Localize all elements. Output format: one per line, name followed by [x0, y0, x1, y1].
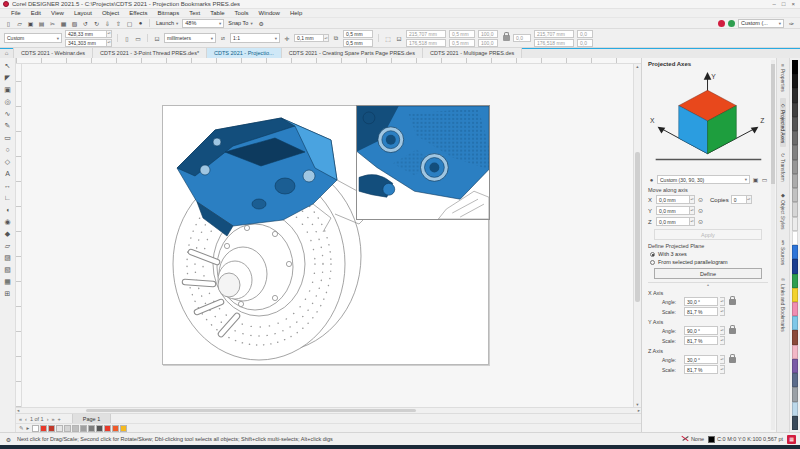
- object-width-field[interactable]: 0,5 mm: [449, 30, 475, 38]
- spinner[interactable]: ▴▾: [720, 355, 725, 364]
- lock-icon[interactable]: [729, 299, 736, 305]
- launch-dropdown[interactable]: Launch▾: [154, 20, 180, 26]
- color-swatch[interactable]: [120, 425, 127, 432]
- drawing-canvas[interactable]: ▴ ▾: [16, 64, 641, 407]
- detail-inset-view[interactable]: [356, 105, 490, 220]
- color-swatch[interactable]: [792, 274, 798, 288]
- nudge-field[interactable]: 0,1 mm: [294, 34, 324, 42]
- menu-item-table[interactable]: Table: [205, 10, 229, 16]
- color-swatch[interactable]: [792, 373, 798, 387]
- spinner[interactable]: ▴▾: [107, 39, 112, 47]
- apply-button[interactable]: Apply: [654, 229, 762, 240]
- scale-x-field[interactable]: 100,0: [478, 30, 498, 38]
- spinner[interactable]: ▴▾: [690, 206, 695, 215]
- color-swatch[interactable]: [792, 117, 798, 131]
- menu-item-view[interactable]: View: [46, 10, 69, 16]
- color-swatch[interactable]: [792, 387, 798, 401]
- shape-tool[interactable]: ◤: [2, 72, 14, 83]
- connector-tool[interactable]: ∟: [2, 192, 14, 203]
- color-swatch[interactable]: [792, 288, 798, 302]
- page-width-field[interactable]: 428,33 mm: [65, 30, 107, 38]
- units-dropdown[interactable]: millimeters▾: [164, 33, 216, 43]
- vertical-ruler[interactable]: [16, 64, 22, 407]
- size2-width-field[interactable]: 215,707 mm: [534, 30, 574, 38]
- docker-tab-object-styles[interactable]: ◆Object Styles: [780, 188, 786, 233]
- rectangle-tool[interactable]: ▭: [2, 132, 14, 143]
- menu-item-object[interactable]: Object: [97, 10, 124, 16]
- ellipse-tool[interactable]: ○: [2, 144, 14, 155]
- color-swatch[interactable]: [792, 217, 798, 231]
- landscape-icon[interactable]: ▭: [134, 34, 142, 42]
- copies-field[interactable]: 0: [731, 195, 747, 204]
- object-x-field[interactable]: 215,707 mm: [406, 30, 446, 38]
- color-swatch[interactable]: [792, 88, 798, 102]
- document-tab-4[interactable]: CDTS 2021 - Creating Spare Parts Page PR…: [282, 48, 423, 58]
- paste-icon[interactable]: ▧: [70, 19, 79, 28]
- table-tool[interactable]: ⊞: [2, 288, 14, 299]
- move-x-field[interactable]: 0,0 mm: [656, 195, 690, 204]
- menu-item-file[interactable]: File: [6, 10, 26, 16]
- color-swatch[interactable]: [48, 425, 55, 432]
- lock-ratio-icon[interactable]: [503, 35, 510, 41]
- rotation-angle-field[interactable]: 0,0: [513, 34, 531, 42]
- page-height-field[interactable]: 341,303 mm: [65, 39, 107, 47]
- add-page-button[interactable]: +: [58, 416, 61, 422]
- eyedropper-tool[interactable]: ◆: [2, 228, 14, 239]
- docker-tab-sources[interactable]: §Sources: [780, 235, 786, 269]
- treat-as-filled-icon[interactable]: ⬚: [384, 34, 392, 42]
- axis-target-icon[interactable]: ⊙: [697, 196, 704, 203]
- snap-center-icon[interactable]: ⊡: [395, 34, 403, 42]
- color-swatch[interactable]: [792, 231, 798, 245]
- horizontal-scroll-thumb[interactable]: [86, 409, 416, 412]
- zoom-level-combo[interactable]: 48%▾: [182, 19, 224, 28]
- zoom-page-icon[interactable]: ▢: [125, 19, 134, 28]
- color-swatch[interactable]: [792, 103, 798, 117]
- object-height-field[interactable]: 0,5 mm: [449, 39, 475, 47]
- color-swatch[interactable]: [72, 425, 79, 432]
- menu-item-layout[interactable]: Layout: [69, 10, 97, 16]
- callout-tool[interactable]: ◖: [2, 204, 14, 215]
- angle-wheel-icon[interactable]: ●: [648, 176, 655, 183]
- minimize-button[interactable]: –: [773, 1, 776, 7]
- lock-icon[interactable]: [729, 328, 736, 334]
- fill-indicator[interactable]: None: [681, 435, 704, 443]
- color-swatch[interactable]: [792, 259, 798, 273]
- color-swatch[interactable]: [56, 425, 63, 432]
- docker-collapse-divider[interactable]: ▴: [648, 282, 768, 287]
- color-swatch[interactable]: [104, 425, 111, 432]
- menu-item-window[interactable]: Window: [254, 10, 285, 16]
- scale-y-field[interactable]: 100,0: [478, 39, 498, 47]
- outline-indicator[interactable]: C:0 M:0 Y:0 K:100 0,567 pt: [708, 436, 783, 443]
- page-border-icon[interactable]: ⊡: [153, 34, 161, 42]
- spinner[interactable]: ▴▾: [690, 217, 695, 226]
- fill-tool[interactable]: ▨: [2, 252, 14, 263]
- page-tab[interactable]: Page 1: [72, 414, 111, 424]
- export-icon[interactable]: ⇧: [114, 19, 123, 28]
- scroll-left-icon[interactable]: ◂: [17, 408, 19, 413]
- color-swatch[interactable]: [792, 188, 798, 202]
- angle-field[interactable]: 90,0 °: [684, 326, 718, 335]
- color-swatch[interactable]: [96, 425, 103, 432]
- move-z-field[interactable]: 0,0 mm: [656, 217, 690, 226]
- next-page-button[interactable]: ›: [47, 416, 49, 422]
- color-swatch[interactable]: [792, 345, 798, 359]
- angle-field[interactable]: 30,0 °: [684, 355, 718, 364]
- spinner[interactable]: ▴▾: [720, 307, 725, 316]
- spinner[interactable]: ▴▾: [107, 30, 112, 38]
- color-swatch[interactable]: [112, 425, 119, 432]
- drawing-scale-icon[interactable]: ⧄: [219, 34, 227, 42]
- menu-item-text[interactable]: Text: [184, 10, 205, 16]
- color-swatch[interactable]: [792, 302, 798, 316]
- skew-x-field[interactable]: 0,0: [577, 30, 593, 38]
- duplicate-x-field[interactable]: 0,5 mm: [343, 30, 373, 38]
- color-swatch[interactable]: [792, 245, 798, 259]
- docker-tab-links-and-bookmarks[interactable]: ∞Links and Bookmarks: [780, 272, 786, 336]
- docker-tab-transform[interactable]: ↻Transform: [780, 149, 786, 186]
- color-swatch[interactable]: [792, 160, 798, 174]
- duplicate-y-field[interactable]: 0,5 mm: [343, 39, 373, 47]
- print-icon[interactable]: ▤: [37, 19, 46, 28]
- spinner[interactable]: ▴▾: [747, 195, 752, 204]
- previous-page-button[interactable]: ‹: [25, 416, 27, 422]
- color-swatch[interactable]: [792, 60, 798, 74]
- menu-item-edit[interactable]: Edit: [26, 10, 46, 16]
